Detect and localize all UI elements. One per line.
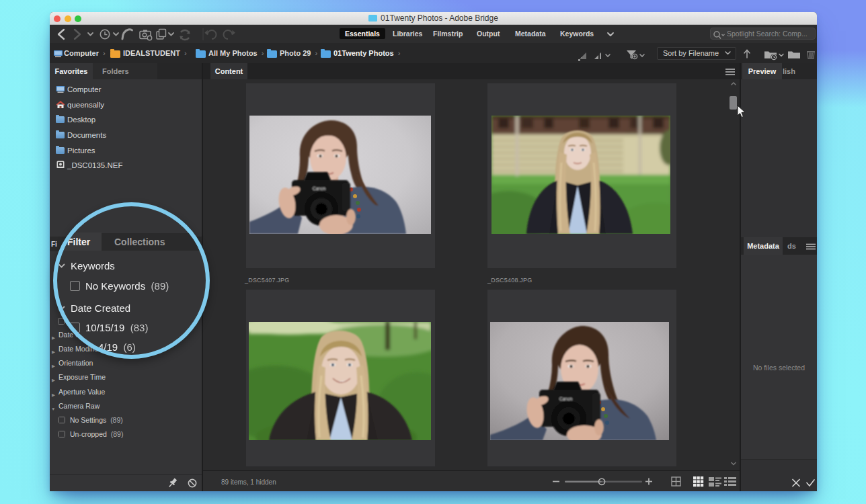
svg-text:Canon: Canon (559, 396, 573, 401)
svg-text:Canon: Canon (313, 186, 326, 191)
